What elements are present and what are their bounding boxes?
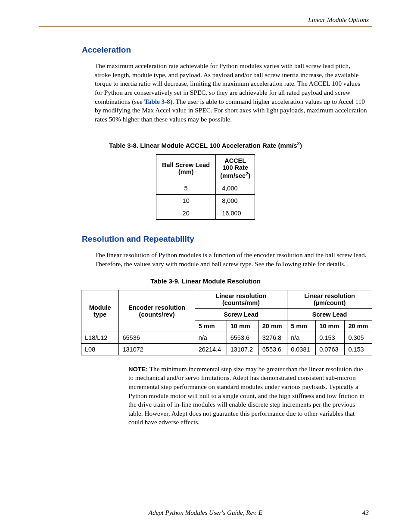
cell-module: L08: [81, 343, 119, 355]
th-screw-lead-2: Screw Lead: [287, 308, 372, 320]
th-20mm: 20 mm: [345, 320, 372, 332]
cell-lead: 5: [156, 182, 216, 195]
th-ball-screw-lead: Ball Screw Lead (mm): [156, 155, 216, 182]
note-paragraph: NOTE: The minimum incremental step size …: [39, 365, 372, 427]
header-rule: [39, 26, 372, 27]
cell-u20: 0.305: [345, 332, 372, 343]
th-20mm: 20 mm: [258, 320, 287, 332]
cell-rate: 16,000: [216, 207, 255, 220]
table-row: 5 4,000: [156, 182, 255, 195]
cell-c5: 26214.4: [195, 343, 227, 355]
cell-c10: 6553.6: [227, 332, 258, 343]
table-header-row: Ball Screw Lead (mm) ACCEL 100 Rate (mm/…: [156, 155, 255, 182]
cell-u5: n/a: [287, 332, 316, 343]
th-10mm: 10 mm: [316, 320, 345, 332]
caption-post: ): [300, 142, 302, 149]
th-5mm: 5 mm: [287, 320, 316, 332]
table-3-8: Ball Screw Lead (mm) ACCEL 100 Rate (mm/…: [156, 154, 255, 220]
page-number: 43: [362, 509, 369, 516]
table-3-8-caption: Table 3-8. Linear Module ACCEL 100 Accel…: [39, 141, 372, 149]
resolution-paragraph: The linear resolution of Python modules …: [39, 251, 372, 268]
th-line3-post: ): [248, 172, 250, 179]
table-row: 20 16,000: [156, 207, 255, 220]
table-row: L08 131072 26214.4 13107.2 6553.6 0.0381…: [81, 343, 372, 355]
xref-table-3-8[interactable]: Table 3-8: [144, 98, 170, 105]
cell-u20: 0.153: [345, 343, 372, 355]
table-3-9-caption: Table 3-9. Linear Module Resolution: [39, 277, 372, 285]
cell-lead: 10: [156, 195, 216, 207]
note-text: The minimum incremental step size may be…: [128, 365, 364, 426]
heading-resolution: Resolution and Repeatability: [39, 234, 372, 244]
cell-module: L18/L12: [81, 332, 119, 343]
table-row: L18/L12 65536 n/a 6553.6 3276.8 n/a 0.15…: [81, 332, 372, 343]
th-line2: 100 Rate: [222, 164, 248, 171]
cell-u5: 0.0381: [287, 343, 316, 355]
th-screw-lead-1: Screw Lead: [195, 308, 287, 320]
th-module-type: Module type: [81, 290, 119, 332]
table-row: 10 8,000: [156, 195, 255, 207]
cell-c20: 3276.8: [258, 332, 287, 343]
caption-pre: Table 3-8. Linear Module ACCEL 100 Accel…: [109, 142, 297, 149]
cell-enc: 65536: [119, 332, 195, 343]
cell-rate: 4,000: [216, 182, 255, 195]
footer-title: Adept Python Modules User's Guide, Rev. …: [149, 509, 263, 516]
cell-c20: 6553.6: [258, 343, 287, 355]
note-label: NOTE:: [128, 366, 148, 373]
table-header-row: Module type Encoder resolution (counts/r…: [81, 290, 372, 308]
th-accel-rate: ACCEL 100 Rate (mm/sec2): [216, 155, 255, 182]
cell-rate: 8,000: [216, 195, 255, 207]
th-5mm: 5 mm: [195, 320, 227, 332]
cell-lead: 20: [156, 207, 216, 220]
th-line1: ACCEL: [224, 157, 246, 164]
heading-acceleration: Acceleration: [39, 45, 372, 55]
th-encoder-res: Encoder resolution (counts/rev): [119, 290, 195, 332]
acceleration-paragraph: The maximum acceleration rate achievable…: [39, 62, 372, 124]
cell-c5: n/a: [195, 332, 227, 343]
cell-c10: 13107.2: [227, 343, 258, 355]
table-3-9: Module type Encoder resolution (counts/r…: [81, 290, 372, 355]
running-head: Linear Module Options: [39, 16, 372, 24]
footer: Adept Python Modules User's Guide, Rev. …: [39, 509, 372, 516]
th-line3-pre: (mm/sec: [220, 172, 246, 179]
cell-u10: 0.0763: [316, 343, 345, 355]
th-10mm: 10 mm: [227, 320, 258, 332]
cell-u10: 0.153: [316, 332, 345, 343]
cell-enc: 131072: [119, 343, 195, 355]
th-linear-um: Linear resolution (µm/count): [287, 290, 372, 308]
th-linear-counts: Linear resolution (counts/mm): [195, 290, 287, 308]
